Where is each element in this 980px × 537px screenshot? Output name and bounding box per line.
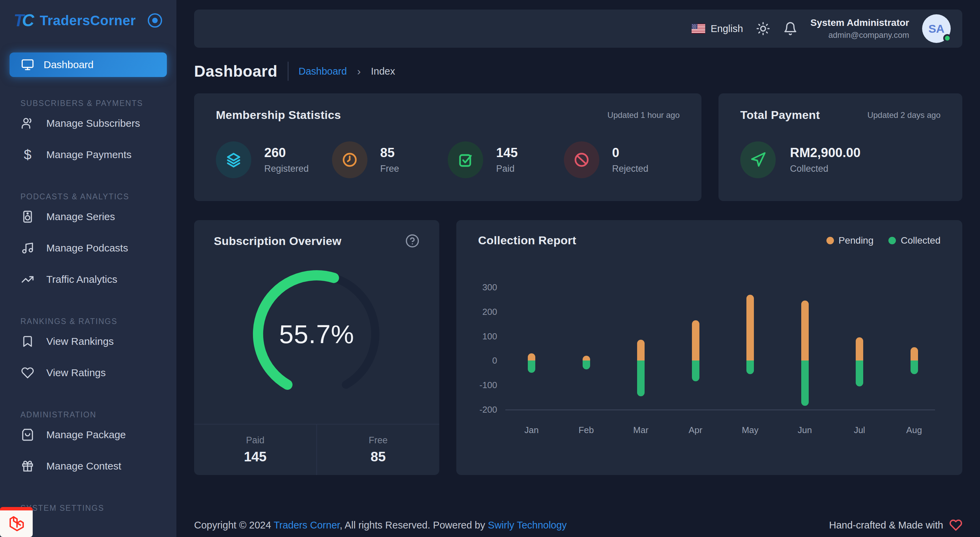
- laravel-logo-icon: [8, 516, 24, 532]
- paid-summary: Paid 145: [194, 425, 317, 475]
- stat-value: 260: [264, 145, 309, 160]
- made-with-text: Hand-crafted & Made with: [829, 519, 943, 531]
- sidebar-item-manage-package[interactable]: Manage Package: [0, 419, 177, 451]
- x-label-aug: Aug: [894, 425, 935, 435]
- footer: Copyright © 2024 Traders Corner, All rig…: [194, 519, 962, 532]
- payment-amount: RM2,900.00: [790, 145, 861, 160]
- free-summary: Free 85: [317, 425, 439, 475]
- swirly-technology-link[interactable]: Swirly Technology: [488, 519, 567, 531]
- sidebar-item-label: Dashboard: [44, 59, 94, 70]
- us-flag-icon: [692, 24, 705, 33]
- avatar[interactable]: SA: [922, 14, 951, 43]
- sun-icon: [756, 21, 770, 36]
- legend-item-collected[interactable]: Collected: [888, 235, 940, 246]
- monitor-icon: [21, 58, 34, 71]
- page-header: Dashboard Dashboard › Index: [194, 61, 962, 81]
- stat-registered: 260 Registered: [216, 142, 332, 178]
- sidebar-item-view-rankings[interactable]: View Rankings: [0, 326, 177, 357]
- breadcrumb-current: Index: [371, 66, 395, 77]
- chart-legend: Pending Collected: [826, 235, 941, 246]
- main-content: English System Administrator admin@compa…: [177, 10, 980, 532]
- card-title: Subscription Overview: [214, 234, 342, 248]
- bar-collected-jun: [801, 360, 809, 406]
- topbar: English System Administrator admin@compa…: [194, 10, 962, 48]
- stat-rejected: 0 Rejected: [564, 142, 680, 178]
- copyright-middle: , All rights Reserved. Powered by: [340, 519, 488, 531]
- bar-pending-apr: [692, 320, 699, 360]
- bar-collected-apr: [692, 360, 699, 381]
- music-icon: [21, 242, 34, 255]
- sidebar-collapse-icon[interactable]: [147, 13, 163, 28]
- sidebar-item-manage-contest[interactable]: Manage Contest: [0, 451, 177, 482]
- user-name: System Administrator: [810, 18, 909, 28]
- users-icon: [21, 117, 34, 130]
- y-tick--200: -200: [478, 405, 497, 415]
- bar-pending-jul: [856, 337, 863, 360]
- section-header-subscribers-payments: SUBSCRIBERS & PAYMENTS: [0, 99, 177, 108]
- online-status-dot: [943, 34, 951, 42]
- breadcrumb-separator: ›: [357, 65, 361, 78]
- paid-label: Paid: [246, 435, 264, 446]
- layers-icon: [216, 142, 251, 178]
- stat-label: Free: [380, 164, 399, 174]
- bar-collected-mar: [637, 360, 644, 396]
- theme-toggle-button[interactable]: [756, 21, 770, 36]
- membership-statistics-card: Membership Statistics Updated 1 hour ago…: [194, 93, 702, 201]
- laravel-debug-badge[interactable]: [0, 507, 33, 537]
- shopping-bag-icon: [21, 428, 34, 441]
- sidebar-item-label: Manage Payments: [46, 149, 131, 161]
- sidebar-item-label: Manage Package: [46, 429, 126, 441]
- sidebar-item-manage-podcasts[interactable]: Manage Podcasts: [0, 233, 177, 264]
- gauge-percent-label: 55.7%: [245, 262, 388, 405]
- x-label-mar: Mar: [620, 425, 661, 435]
- sidebar-item-manage-payments[interactable]: $ Manage Payments: [0, 139, 177, 171]
- x-label-apr: Apr: [675, 425, 716, 435]
- collection-report-card: Collection Report Pending Collected 3002…: [456, 220, 962, 475]
- heart-icon: [21, 366, 34, 379]
- user-menu[interactable]: System Administrator admin@company.com: [810, 18, 909, 40]
- sidebar-item-label: View Ratings: [46, 367, 106, 379]
- gift-icon: [21, 460, 34, 473]
- sidebar-item-label: View Rankings: [46, 336, 114, 347]
- x-label-jun: Jun: [784, 425, 826, 435]
- sidebar-item-view-ratings[interactable]: View Ratings: [0, 357, 177, 389]
- subscription-footer: Paid 145 Free 85: [194, 424, 439, 475]
- sidebar-item-label: Manage Podcasts: [46, 242, 128, 254]
- card-title: Total Payment: [740, 108, 820, 122]
- stat-value: 0: [612, 145, 649, 160]
- bookmark-icon: [21, 335, 34, 348]
- updated-label: Updated 1 hour ago: [608, 110, 680, 120]
- sidebar-item-manage-series[interactable]: Manage Series: [0, 201, 177, 233]
- sidebar-item-label: Manage Series: [46, 211, 115, 223]
- x-label-jan: Jan: [511, 425, 552, 435]
- sidebar-item-label: Manage Contest: [46, 461, 121, 472]
- check-square-icon: [448, 142, 483, 178]
- notifications-button[interactable]: [783, 21, 797, 36]
- stat-label: Registered: [264, 164, 309, 174]
- bar-collected-jul: [856, 360, 863, 386]
- y-tick-300: 300: [478, 282, 497, 293]
- sidebar-item-dashboard[interactable]: Dashboard: [10, 53, 167, 77]
- card-title: Collection Report: [478, 234, 576, 247]
- dollar-icon: $: [21, 147, 34, 163]
- stat-paid: 145 Paid: [448, 142, 564, 178]
- collection-plot: 3002001000-100-200JanFebMarAprMayJunJulA…: [478, 254, 940, 451]
- stat-label: Paid: [496, 164, 518, 174]
- sidebar-item-manage-subscribers[interactable]: Manage Subscribers: [0, 108, 177, 139]
- updated-label: Updated 2 days ago: [867, 110, 940, 120]
- legend-item-pending[interactable]: Pending: [826, 235, 874, 246]
- speaker-icon: [21, 210, 34, 223]
- stat-free: 85 Free: [332, 142, 448, 178]
- traders-corner-link[interactable]: Traders Corner: [274, 519, 340, 531]
- user-email: admin@company.com: [810, 30, 909, 40]
- brand-logo[interactable]: TC TradersCorner: [0, 0, 177, 41]
- title-divider: [288, 62, 288, 81]
- bar-pending-may: [746, 295, 754, 361]
- help-icon[interactable]: [405, 234, 420, 248]
- brand-name: TradersCorner: [40, 13, 136, 28]
- language-selector[interactable]: English: [692, 23, 743, 34]
- collected-dot-icon: [888, 237, 896, 244]
- sidebar-item-traffic-analytics[interactable]: Traffic Analytics: [0, 264, 177, 295]
- breadcrumb-dashboard-link[interactable]: Dashboard: [299, 66, 347, 77]
- y-tick-200: 200: [478, 307, 497, 317]
